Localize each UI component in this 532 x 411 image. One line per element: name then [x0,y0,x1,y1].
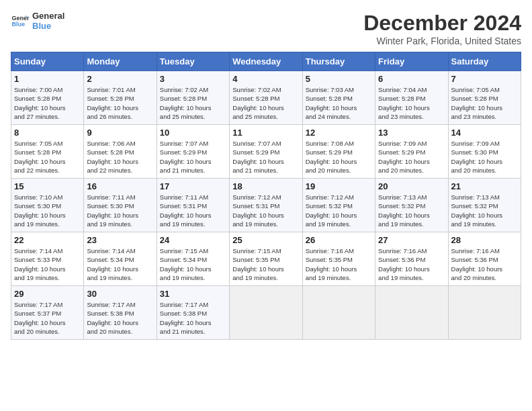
day-info: Sunrise: 7:12 AM Sunset: 5:31 PM Dayligh… [232,193,299,228]
logo-icon: General Blue [11,11,30,30]
calendar-cell: 17Sunrise: 7:11 AM Sunset: 5:31 PM Dayli… [157,179,229,232]
day-info: Sunrise: 7:09 AM Sunset: 5:29 PM Dayligh… [378,139,445,175]
calendar-cell: 13Sunrise: 7:09 AM Sunset: 5:29 PM Dayli… [375,125,448,179]
day-info: Sunrise: 7:15 AM Sunset: 5:34 PM Dayligh… [160,246,226,282]
day-number: 5 [306,74,372,84]
day-info: Sunrise: 7:13 AM Sunset: 5:32 PM Dayligh… [378,193,445,228]
calendar-cell [448,286,521,340]
day-info: Sunrise: 7:09 AM Sunset: 5:30 PM Dayligh… [451,139,518,175]
day-number: 30 [87,289,153,299]
title-area: December 2024 Winter Park, Florida, Unit… [363,11,521,46]
calendar-cell: 10Sunrise: 7:07 AM Sunset: 5:29 PM Dayli… [157,125,229,179]
day-info: Sunrise: 7:08 AM Sunset: 5:29 PM Dayligh… [306,139,372,175]
calendar-cell [375,286,448,340]
calendar-cell: 7Sunrise: 7:05 AM Sunset: 5:28 PM Daylig… [448,71,521,125]
day-info: Sunrise: 7:05 AM Sunset: 5:28 PM Dayligh… [451,85,518,121]
calendar-cell: 25Sunrise: 7:15 AM Sunset: 5:35 PM Dayli… [230,232,302,286]
header-thursday: Thursday [302,52,375,71]
day-info: Sunrise: 7:11 AM Sunset: 5:30 PM Dayligh… [87,193,153,228]
calendar-body: 1Sunrise: 7:00 AM Sunset: 5:28 PM Daylig… [11,71,521,340]
calendar-cell [230,286,302,340]
calendar-cell: 29Sunrise: 7:17 AM Sunset: 5:37 PM Dayli… [11,286,84,340]
calendar-cell: 18Sunrise: 7:12 AM Sunset: 5:31 PM Dayli… [230,179,302,232]
calendar-week-3: 15Sunrise: 7:10 AM Sunset: 5:30 PM Dayli… [11,179,521,232]
calendar-cell: 31Sunrise: 7:17 AM Sunset: 5:38 PM Dayli… [157,286,229,340]
calendar-cell: 12Sunrise: 7:08 AM Sunset: 5:29 PM Dayli… [302,125,375,179]
day-info: Sunrise: 7:11 AM Sunset: 5:31 PM Dayligh… [160,193,226,228]
calendar-cell: 26Sunrise: 7:16 AM Sunset: 5:35 PM Dayli… [302,232,375,286]
day-number: 8 [14,128,81,138]
logo-line2: Blue [32,21,64,31]
day-info: Sunrise: 7:04 AM Sunset: 5:28 PM Dayligh… [378,85,445,121]
day-info: Sunrise: 7:13 AM Sunset: 5:32 PM Dayligh… [451,193,518,228]
day-info: Sunrise: 7:03 AM Sunset: 5:28 PM Dayligh… [306,85,372,121]
day-number: 17 [160,181,226,191]
calendar-cell: 19Sunrise: 7:12 AM Sunset: 5:32 PM Dayli… [302,179,375,232]
day-info: Sunrise: 7:05 AM Sunset: 5:28 PM Dayligh… [14,139,81,175]
calendar-week-2: 8Sunrise: 7:05 AM Sunset: 5:28 PM Daylig… [11,125,521,179]
day-number: 14 [451,128,518,138]
day-number: 23 [87,235,153,245]
day-info: Sunrise: 7:10 AM Sunset: 5:30 PM Dayligh… [14,193,81,228]
header-tuesday: Tuesday [157,52,229,71]
day-info: Sunrise: 7:07 AM Sunset: 5:29 PM Dayligh… [232,139,299,175]
day-info: Sunrise: 7:16 AM Sunset: 5:35 PM Dayligh… [306,246,372,282]
day-number: 16 [87,181,153,191]
day-info: Sunrise: 7:17 AM Sunset: 5:37 PM Dayligh… [14,300,81,336]
calendar-cell: 14Sunrise: 7:09 AM Sunset: 5:30 PM Dayli… [448,125,521,179]
calendar-cell: 11Sunrise: 7:07 AM Sunset: 5:29 PM Dayli… [230,125,302,179]
calendar-cell: 21Sunrise: 7:13 AM Sunset: 5:32 PM Dayli… [448,179,521,232]
day-number: 21 [451,181,518,191]
day-number: 2 [87,74,153,84]
day-number: 15 [14,181,81,191]
calendar-cell: 20Sunrise: 7:13 AM Sunset: 5:32 PM Dayli… [375,179,448,232]
day-number: 22 [14,235,81,245]
logo-line1: General [32,11,64,21]
header-sunday: Sunday [11,52,84,71]
day-number: 12 [306,128,372,138]
day-info: Sunrise: 7:07 AM Sunset: 5:29 PM Dayligh… [160,139,226,175]
calendar-cell: 22Sunrise: 7:14 AM Sunset: 5:33 PM Dayli… [11,232,84,286]
calendar-cell: 4Sunrise: 7:02 AM Sunset: 5:28 PM Daylig… [230,71,302,125]
day-info: Sunrise: 7:01 AM Sunset: 5:28 PM Dayligh… [87,85,153,121]
day-number: 24 [160,235,226,245]
calendar-week-4: 22Sunrise: 7:14 AM Sunset: 5:33 PM Dayli… [11,232,521,286]
day-info: Sunrise: 7:14 AM Sunset: 5:34 PM Dayligh… [87,246,153,282]
day-info: Sunrise: 7:17 AM Sunset: 5:38 PM Dayligh… [160,300,226,336]
day-info: Sunrise: 7:14 AM Sunset: 5:33 PM Dayligh… [14,246,81,282]
calendar-cell: 23Sunrise: 7:14 AM Sunset: 5:34 PM Dayli… [84,232,157,286]
day-number: 3 [160,74,226,84]
day-info: Sunrise: 7:16 AM Sunset: 5:36 PM Dayligh… [378,246,445,282]
day-number: 26 [306,235,372,245]
day-number: 25 [232,235,299,245]
month-title: December 2024 [363,11,521,36]
calendar-header-row: SundayMondayTuesdayWednesdayThursdayFrid… [11,52,521,71]
calendar-cell: 1Sunrise: 7:00 AM Sunset: 5:28 PM Daylig… [11,71,84,125]
header-monday: Monday [84,52,157,71]
calendar-cell: 28Sunrise: 7:16 AM Sunset: 5:36 PM Dayli… [448,232,521,286]
day-number: 1 [14,74,81,84]
day-number: 20 [378,181,445,191]
calendar-cell [302,286,375,340]
day-number: 6 [378,74,445,84]
day-number: 19 [306,181,372,191]
header-friday: Friday [375,52,448,71]
calendar-cell: 2Sunrise: 7:01 AM Sunset: 5:28 PM Daylig… [84,71,157,125]
page-header: General Blue General Blue December 2024 … [11,11,521,46]
header-saturday: Saturday [448,52,521,71]
location-title: Winter Park, Florida, United States [363,36,521,46]
day-info: Sunrise: 7:06 AM Sunset: 5:28 PM Dayligh… [87,139,153,175]
day-info: Sunrise: 7:15 AM Sunset: 5:35 PM Dayligh… [232,246,299,282]
day-info: Sunrise: 7:16 AM Sunset: 5:36 PM Dayligh… [451,246,518,282]
header-wednesday: Wednesday [230,52,302,71]
day-number: 29 [14,289,81,299]
svg-text:General: General [11,15,30,21]
calendar-cell: 3Sunrise: 7:02 AM Sunset: 5:28 PM Daylig… [157,71,229,125]
calendar-cell: 15Sunrise: 7:10 AM Sunset: 5:30 PM Dayli… [11,179,84,232]
day-info: Sunrise: 7:12 AM Sunset: 5:32 PM Dayligh… [306,193,372,228]
day-number: 28 [451,235,518,245]
calendar-table: SundayMondayTuesdayWednesdayThursdayFrid… [11,52,521,340]
day-info: Sunrise: 7:02 AM Sunset: 5:28 PM Dayligh… [160,85,226,121]
day-info: Sunrise: 7:17 AM Sunset: 5:38 PM Dayligh… [87,300,153,336]
svg-text:Blue: Blue [11,21,25,28]
